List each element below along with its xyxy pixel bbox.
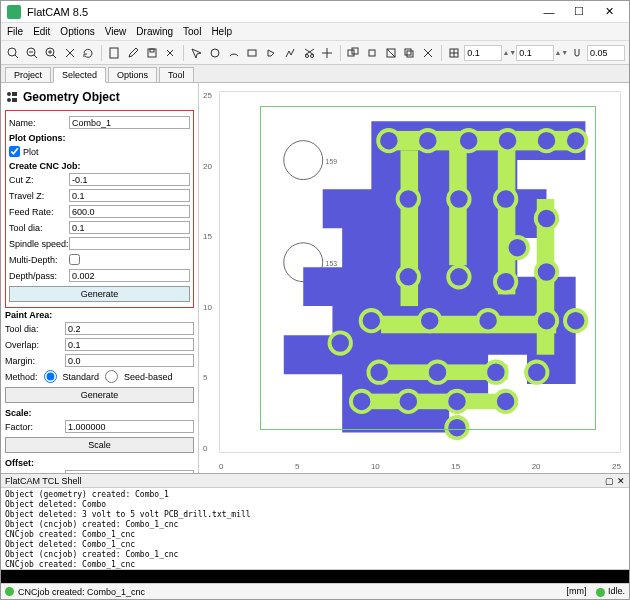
- union-icon[interactable]: [345, 44, 362, 62]
- svg-rect-3: [110, 48, 118, 58]
- svg-rect-7: [248, 50, 256, 56]
- axis-y: 2520151050: [203, 91, 217, 453]
- circle-icon[interactable]: [207, 44, 224, 62]
- tab-tool[interactable]: Tool: [159, 67, 194, 82]
- svg-point-17: [7, 92, 11, 96]
- edit-icon[interactable]: [125, 44, 142, 62]
- travelz-input[interactable]: [69, 189, 190, 202]
- svg-rect-11: [352, 48, 358, 54]
- svg-point-0: [8, 48, 16, 56]
- statusbar: CNCjob created: Combo_1_cnc [mm] Idle.: [1, 583, 629, 599]
- zoom-fit-icon[interactable]: [5, 44, 22, 62]
- svg-rect-20: [12, 98, 17, 102]
- name-input[interactable]: [69, 116, 190, 129]
- path-icon[interactable]: [282, 44, 299, 62]
- cnc-header: Create CNC Job:: [9, 161, 190, 171]
- svg-rect-5: [150, 49, 154, 52]
- geometry-icon: [5, 90, 19, 104]
- grid-y-input[interactable]: [516, 45, 554, 61]
- menu-drawing[interactable]: Drawing: [136, 26, 173, 37]
- tooldia-input[interactable]: [69, 221, 190, 234]
- svg-rect-10: [348, 50, 354, 56]
- svg-rect-14: [405, 49, 411, 55]
- canvas[interactable]: 2520151050 159 153: [199, 83, 629, 473]
- paint-generate-button[interactable]: Generate: [5, 387, 194, 403]
- grid-icon[interactable]: [446, 44, 463, 62]
- svg-rect-15: [407, 51, 413, 57]
- zoom-in-icon[interactable]: [43, 44, 60, 62]
- minimize-button[interactable]: —: [535, 3, 563, 21]
- tab-selected[interactable]: Selected: [53, 67, 106, 83]
- panel-title: Geometry Object: [5, 87, 194, 107]
- delete2-icon[interactable]: [420, 44, 437, 62]
- snap-icon[interactable]: [568, 44, 585, 62]
- cut-icon[interactable]: [300, 44, 317, 62]
- toolbar: ▲▼ ▲▼: [1, 41, 629, 65]
- titlebar: FlatCAM 8.5 — ☐ ✕: [1, 1, 629, 23]
- tabbar: Project Selected Options Tool: [1, 65, 629, 83]
- cutz-input[interactable]: [69, 173, 190, 186]
- menu-options[interactable]: Options: [60, 26, 94, 37]
- scale-factor-input[interactable]: [65, 420, 194, 433]
- status-ok-icon: [5, 587, 14, 596]
- arc-icon[interactable]: [225, 44, 242, 62]
- zoom-out-icon[interactable]: [24, 44, 41, 62]
- spindle-input[interactable]: [69, 237, 190, 250]
- paint-margin-input[interactable]: [65, 354, 194, 367]
- menu-file[interactable]: File: [7, 26, 23, 37]
- feedrate-input[interactable]: [69, 205, 190, 218]
- stepper-icon[interactable]: ▲▼: [504, 45, 514, 61]
- subtract-icon[interactable]: [382, 44, 399, 62]
- menubar: File Edit Options View Drawing Tool Help: [1, 23, 629, 41]
- intersect-icon[interactable]: [364, 44, 381, 62]
- sidebar: Geometry Object Name: Plot Options: Plot…: [1, 83, 199, 473]
- svg-point-19: [7, 98, 11, 102]
- plot-label: Plot: [23, 147, 39, 157]
- menu-edit[interactable]: Edit: [33, 26, 50, 37]
- maximize-button[interactable]: ☐: [565, 3, 593, 21]
- delete-icon[interactable]: [162, 44, 179, 62]
- menu-view[interactable]: View: [105, 26, 127, 37]
- paint-tooldia-input[interactable]: [65, 322, 194, 335]
- stepper2-icon[interactable]: ▲▼: [556, 45, 566, 61]
- depthpass-input[interactable]: [69, 269, 190, 282]
- copy-icon[interactable]: [401, 44, 418, 62]
- snap-input[interactable]: [587, 45, 625, 61]
- console: FlatCAM TCL Shell ▢ ✕ Object (geometry) …: [1, 473, 629, 583]
- polygon-icon[interactable]: [263, 44, 280, 62]
- svg-rect-18: [12, 92, 17, 96]
- menu-help[interactable]: Help: [211, 26, 232, 37]
- replot-icon[interactable]: [80, 44, 97, 62]
- clear-icon[interactable]: [61, 44, 78, 62]
- console-input[interactable]: [1, 569, 629, 583]
- app-title: FlatCAM 8.5: [27, 6, 535, 18]
- close-button[interactable]: ✕: [595, 3, 623, 21]
- method-seed-radio[interactable]: [105, 370, 118, 383]
- multidepth-checkbox[interactable]: [69, 254, 80, 265]
- menu-tool[interactable]: Tool: [183, 26, 201, 37]
- tab-options[interactable]: Options: [108, 67, 157, 82]
- grid-x-input[interactable]: [464, 45, 502, 61]
- status-idle: Idle.: [608, 586, 625, 596]
- tab-project[interactable]: Project: [5, 67, 51, 82]
- plot-options-header: Plot Options:: [9, 133, 190, 143]
- name-label: Name:: [9, 118, 69, 128]
- board-outline: [260, 106, 596, 430]
- select-icon[interactable]: [188, 44, 205, 62]
- svg-rect-12: [369, 50, 375, 56]
- paint-overlap-input[interactable]: [65, 338, 194, 351]
- save-icon[interactable]: [143, 44, 160, 62]
- rect-icon[interactable]: [244, 44, 261, 62]
- move-icon[interactable]: [319, 44, 336, 62]
- method-standard-radio[interactable]: [44, 370, 57, 383]
- app-icon: [7, 5, 21, 19]
- paint-header: Paint Area:: [5, 310, 194, 320]
- cnc-generate-button[interactable]: Generate: [9, 286, 190, 302]
- new-icon[interactable]: [106, 44, 123, 62]
- plot-checkbox[interactable]: [9, 146, 20, 157]
- svg-point-6: [211, 49, 219, 57]
- scale-button[interactable]: Scale: [5, 437, 194, 453]
- scale-header: Scale:: [5, 408, 194, 418]
- offset-header: Offset:: [5, 458, 194, 468]
- console-controls[interactable]: ▢ ✕: [605, 476, 625, 486]
